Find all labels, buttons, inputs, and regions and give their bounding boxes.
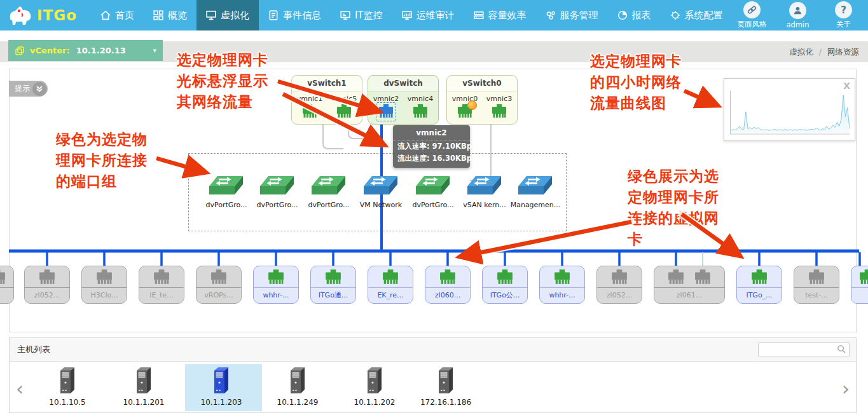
scroll-right-chevron[interactable]: › — [842, 381, 850, 397]
user-icon — [789, 2, 806, 19]
vm-card-connected[interactable]: EK_re... — [368, 266, 413, 304]
nic-port-icon — [483, 266, 527, 288]
traffic-tooltip: vmnic2 流入速率: 97.10KBps 流出速度: 16.30KBps — [393, 125, 470, 168]
host-item[interactable]: 172.16.1.186 — [417, 367, 474, 407]
host-list-header: 主机列表 — [10, 338, 856, 362]
alert-badge-icon — [467, 100, 477, 110]
vm-card-label: whhr-... — [254, 288, 298, 303]
annotation-four-hour-chart: 选定物理网卡 的四小时网络 流量曲线图 — [590, 51, 682, 114]
nav-item-label: 服务管理 — [560, 10, 598, 22]
vm-card-partial[interactable] — [0, 266, 14, 304]
events-doc-icon — [268, 10, 279, 20]
port-group-label: dvPortGro... — [252, 201, 303, 209]
port-group-node[interactable]: dvPortGro... — [252, 175, 303, 209]
nic-port-icon — [597, 266, 642, 288]
vmnic2-port-icon-selected[interactable] — [378, 104, 394, 118]
breadcrumb-virtualization[interactable]: 虚拟化 — [789, 47, 813, 57]
vm-card[interactable]: test-... — [794, 266, 839, 304]
nav-item-events[interactable]: 事件信息 — [259, 0, 331, 31]
nic-port-icon — [196, 266, 241, 288]
switch-icon — [209, 175, 244, 196]
host-list-body: ‹ 10.1.10.5 10.1.1.201 10.1.1.203 10.1.1… — [10, 362, 856, 413]
breadcrumb-network-resources[interactable]: 网络资源 — [827, 47, 859, 57]
hint-toggle[interactable]: 提示 — [9, 81, 48, 97]
vcenter-selector[interactable]: vCenter: 10.1.20.13 ▾ — [8, 40, 163, 61]
vmnic4-port-icon[interactable] — [413, 104, 428, 118]
host-item[interactable]: 10.1.1.249 — [269, 367, 326, 407]
server-icon — [437, 367, 454, 395]
page-style-button[interactable]: 页面风格 — [733, 1, 772, 29]
nic-port-icon — [794, 266, 839, 288]
host-item-selected[interactable]: 10.1.1.203 — [193, 367, 250, 407]
host-item[interactable]: 10.1.1.201 — [115, 367, 172, 407]
nav-item-system-config[interactable]: 系统配置 — [661, 0, 733, 31]
vmnic-label: vmnic4 — [408, 95, 433, 103]
vm-card[interactable]: vROPs... — [196, 266, 242, 304]
vmnic5-port-icon[interactable] — [336, 104, 352, 118]
nav-item-home[interactable]: 首页 — [91, 0, 144, 31]
host-item[interactable]: 10.1.1.202 — [346, 367, 403, 407]
port-group-label: dvPortGro... — [303, 201, 354, 209]
host-list-panel: 主机列表 ‹ 10.1.10.5 10.1.1.201 10.1.1.203 1… — [9, 337, 857, 413]
nav-item-overview[interactable]: 概览 — [144, 0, 196, 31]
vswitch-name: vSwitch1 — [292, 76, 362, 92]
page-style-label: 页面风格 — [738, 20, 767, 29]
vm-card-connected[interactable]: zl060... — [425, 266, 471, 304]
host-ip: 10.1.1.249 — [269, 398, 326, 407]
port-group-node[interactable]: VM Network — [355, 175, 406, 209]
vm-card-connected[interactable]: whhr-... — [253, 266, 299, 304]
vm-card[interactable]: zl052... — [596, 266, 642, 304]
port-group-node[interactable]: Managemen... — [510, 175, 561, 209]
nav-item-label: 报表 — [632, 10, 651, 22]
vmnic3-port-icon[interactable] — [492, 104, 507, 118]
itgo-logo[interactable]: ITGo — [0, 0, 86, 31]
about-label: 关于 — [836, 20, 851, 29]
nav-item-label: 运维审计 — [417, 10, 455, 22]
nav-item-label: 首页 — [115, 10, 134, 22]
port-group-node[interactable]: dvPortGro... — [201, 175, 252, 209]
port-group-node[interactable]: vSAN kern... — [459, 175, 510, 209]
nav-item-reports[interactable]: 报表 — [608, 0, 661, 31]
breadcrumb: 虚拟化 / 网络资源 — [789, 41, 859, 62]
vm-card[interactable]: zl052... — [24, 266, 70, 304]
nav-item-it-monitor[interactable]: IT监控 — [331, 0, 392, 31]
service-gears-icon — [546, 10, 556, 20]
host-search-input[interactable] — [761, 343, 835, 356]
vm-card-partial[interactable] — [851, 266, 868, 304]
traffic-chart-panel: X — [724, 78, 855, 141]
host-item[interactable]: 10.1.10.5 — [39, 367, 96, 407]
nic-port-icon — [82, 266, 127, 288]
vm-card-connected[interactable]: ITGo_... — [736, 266, 782, 304]
about-button[interactable]: ? 关于 — [824, 1, 864, 29]
nic-port-icon — [368, 266, 413, 288]
nic-port-icon — [139, 266, 184, 288]
vm-card[interactable]: H3Clo... — [81, 266, 127, 304]
vm-card-connected[interactable]: ITGo公... — [482, 266, 528, 304]
vm-card-dual-nic[interactable]: zl061... — [654, 266, 725, 304]
vm-card-connected[interactable]: whhr-... — [539, 266, 585, 304]
port-group-node[interactable]: dvPortGro... — [303, 175, 354, 209]
port-group-label: dvPortGro... — [408, 201, 458, 209]
vm-card-label: EK_re... — [368, 288, 413, 303]
search-icon[interactable] — [837, 344, 846, 354]
vmnic1-port-icon[interactable] — [302, 104, 317, 118]
port-group-label: dvPortGro... — [201, 201, 252, 209]
scroll-left-chevron[interactable]: ‹ — [16, 381, 24, 397]
switch-icon — [364, 175, 398, 196]
nav-item-virtualization[interactable]: 虚拟化 — [196, 0, 259, 31]
vmnic-label: vmnic1 — [297, 95, 322, 103]
vm-card[interactable]: IE_te... — [139, 266, 184, 304]
vm-card-connected[interactable]: ITGo通... — [310, 266, 356, 304]
host-ip: 10.1.1.203 — [193, 398, 250, 407]
nav-item-ops-audit[interactable]: 运维审计 — [392, 0, 464, 31]
vcenter-label: vCenter: — [30, 46, 70, 55]
port-group-node[interactable]: dvPortGro... — [408, 175, 458, 209]
host-list-title: 主机列表 — [17, 338, 50, 361]
nav-item-capacity[interactable]: 容量效率 — [464, 0, 536, 31]
nav-item-service-mgmt[interactable]: 服务管理 — [536, 0, 608, 31]
nic-port-icons — [654, 266, 724, 288]
admin-user-button[interactable]: admin — [778, 2, 818, 29]
vmnic0-port-icon[interactable] — [457, 104, 472, 118]
server-icon — [289, 367, 306, 395]
host-ip: 172.16.1.186 — [417, 398, 474, 407]
